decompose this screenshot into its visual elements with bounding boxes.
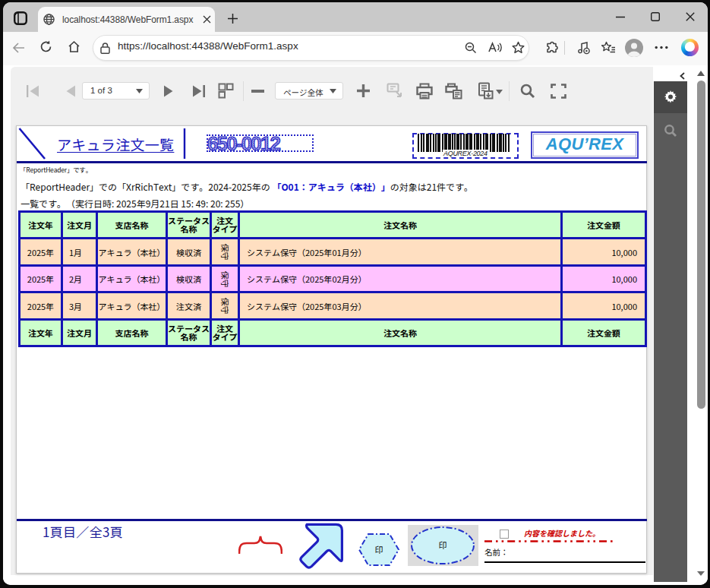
svg-text:650-0012: 650-0012 <box>207 134 281 153</box>
svg-text:印: 印 <box>439 539 447 551</box>
svg-text:印: 印 <box>375 543 383 555</box>
